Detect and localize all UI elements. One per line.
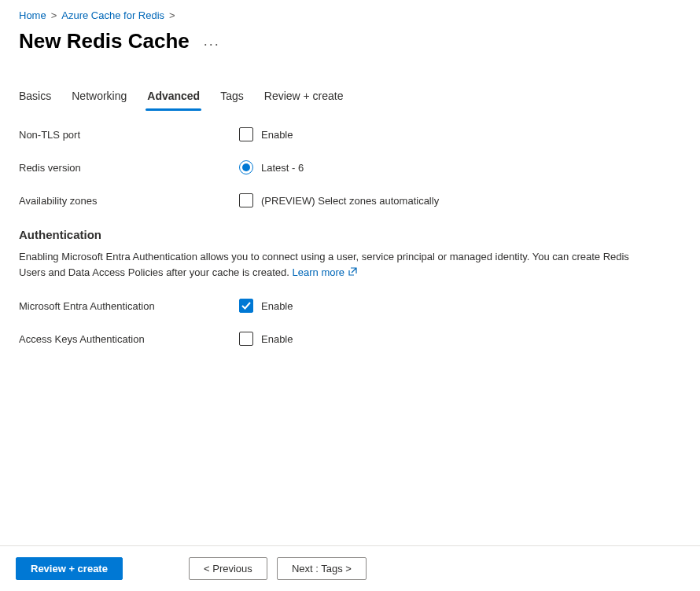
wizard-footer: Review + create < Previous Next : Tags > (0, 545, 700, 591)
label-redis-version: Redis version (19, 162, 239, 174)
radio-redis-version-latest[interactable] (239, 160, 253, 174)
tab-networking[interactable]: Networking (72, 90, 127, 110)
label-access-keys-auth: Access Keys Authentication (19, 333, 239, 345)
next-button[interactable]: Next : Tags > (277, 557, 367, 580)
more-actions-icon[interactable]: ··· (204, 32, 220, 51)
wizard-tabs: Basics Networking Advanced Tags Review +… (19, 90, 681, 110)
breadcrumb: Home > Azure Cache for Redis > (19, 6, 681, 21)
option-non-tls-port: Enable (261, 129, 293, 141)
review-create-button[interactable]: Review + create (16, 557, 123, 580)
breadcrumb-service[interactable]: Azure Cache for Redis (61, 9, 164, 21)
description-authentication: Enabling Microsoft Entra Authentication … (19, 249, 632, 280)
option-access-keys-auth: Enable (261, 333, 293, 345)
label-entra-auth: Microsoft Entra Authentication (19, 300, 239, 312)
tab-tags[interactable]: Tags (220, 90, 244, 110)
chevron-right-icon: > (169, 9, 175, 21)
checkbox-non-tls-port[interactable] (239, 127, 253, 141)
checkmark-icon (241, 301, 251, 310)
link-learn-more[interactable]: Learn more (293, 265, 357, 281)
checkbox-access-keys-auth[interactable] (239, 332, 253, 346)
external-link-icon (348, 267, 357, 277)
option-redis-version: Latest - 6 (261, 162, 304, 174)
tab-review-create[interactable]: Review + create (264, 90, 344, 110)
checkbox-availability-zones[interactable] (239, 193, 253, 207)
option-entra-auth: Enable (261, 300, 293, 312)
label-availability-zones: Availability zones (19, 195, 239, 207)
tab-advanced[interactable]: Advanced (147, 90, 200, 110)
label-non-tls-port: Non-TLS port (19, 129, 239, 141)
chevron-right-icon: > (51, 9, 57, 21)
breadcrumb-home[interactable]: Home (19, 9, 46, 21)
previous-button[interactable]: < Previous (189, 557, 267, 580)
heading-authentication: Authentication (19, 228, 681, 241)
option-availability-zones: (PREVIEW) Select zones automatically (261, 195, 439, 207)
tab-basics[interactable]: Basics (19, 90, 51, 110)
checkbox-entra-auth[interactable] (239, 299, 253, 313)
page-title: New Redis Cache (19, 29, 190, 53)
